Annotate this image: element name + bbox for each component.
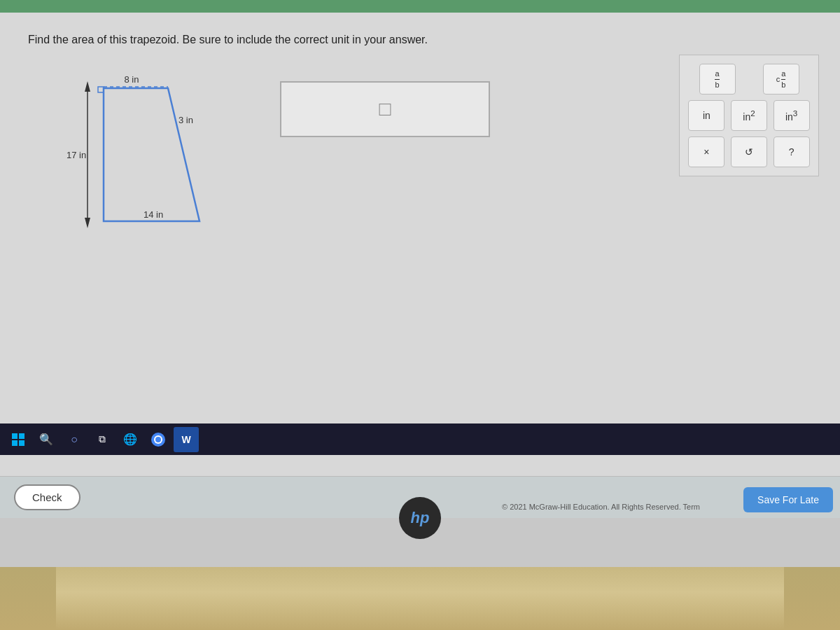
svg-marker-4	[104, 88, 200, 221]
clear-icon: ×	[704, 146, 709, 158]
answer-value: □	[379, 98, 391, 120]
main-content: Find the area of this trapezoid. Be sure…	[0, 13, 840, 476]
label-left: 17 in	[66, 150, 86, 160]
laptop-speaker-left	[0, 567, 56, 630]
undo-button[interactable]: ↺	[731, 136, 767, 167]
diagram-container: 8 in 3 in 17 in 14 in	[28, 67, 252, 277]
chrome-taskbar-icon[interactable]	[146, 427, 171, 452]
check-button[interactable]: Check	[14, 484, 80, 510]
start-button[interactable]	[6, 427, 31, 452]
answer-area: □	[280, 81, 490, 137]
unit-in3-label: in3	[785, 108, 797, 122]
svg-rect-7	[19, 433, 24, 439]
keypad-panel: a b c a b	[679, 55, 819, 176]
word-taskbar-icon[interactable]: W	[174, 427, 199, 452]
taskbar: 🔍 ○ ⧉ 🌐 W	[0, 424, 840, 455]
label-right: 3 in	[178, 115, 193, 125]
hp-logo: hp	[399, 497, 441, 539]
cortana-icon[interactable]: ○	[62, 427, 87, 452]
label-bottom: 14 in	[144, 209, 163, 220]
copyright-text: © 2021 McGraw-Hill Education. All Rights…	[502, 503, 700, 511]
help-button[interactable]: ?	[774, 136, 810, 167]
svg-point-12	[155, 437, 161, 442]
label-top: 8 in	[125, 74, 139, 85]
svg-rect-6	[12, 433, 18, 439]
laptop-bottom-bezel	[0, 567, 840, 630]
answer-input-box[interactable]: □	[280, 81, 490, 137]
top-browser-bar	[0, 0, 840, 13]
svg-marker-1	[85, 81, 90, 92]
unit-in-label: in	[703, 110, 710, 121]
laptop-screen: Find the area of this trapezoid. Be sure…	[0, 0, 840, 518]
trapezoid-svg: 8 in 3 in 17 in 14 in	[28, 67, 238, 263]
mixed-fraction-button[interactable]: c a b	[763, 64, 799, 94]
svg-rect-8	[12, 440, 18, 446]
problem-area: 8 in 3 in 17 in 14 in □	[28, 67, 812, 476]
browser-taskbar-icon[interactable]: 🌐	[118, 427, 143, 452]
laptop-speaker-right	[784, 567, 840, 630]
search-icon: 🔍	[39, 433, 53, 446]
svg-rect-9	[19, 440, 24, 446]
unit-in2-button[interactable]: in2	[731, 100, 767, 131]
help-icon: ?	[789, 146, 794, 158]
question-text: Find the area of this trapezoid. Be sure…	[28, 34, 812, 46]
search-taskbar-icon[interactable]: 🔍	[34, 427, 59, 452]
keypad-row-actions: × ↺ ?	[688, 136, 810, 167]
taskview-icon[interactable]: ⧉	[90, 427, 115, 452]
clear-button[interactable]: ×	[688, 136, 724, 167]
unit-in-button[interactable]: in	[688, 100, 724, 131]
save-for-late-button[interactable]: Save For Late	[743, 487, 833, 512]
svg-marker-2	[85, 218, 90, 228]
keypad-row-units: in in2 in3	[688, 100, 810, 131]
unit-in2-label: in2	[743, 108, 755, 122]
fraction-button[interactable]: a b	[699, 64, 736, 94]
keypad-row-fractions: a b c a b	[688, 64, 810, 94]
undo-icon: ↺	[745, 146, 753, 158]
unit-in3-button[interactable]: in3	[774, 100, 810, 131]
